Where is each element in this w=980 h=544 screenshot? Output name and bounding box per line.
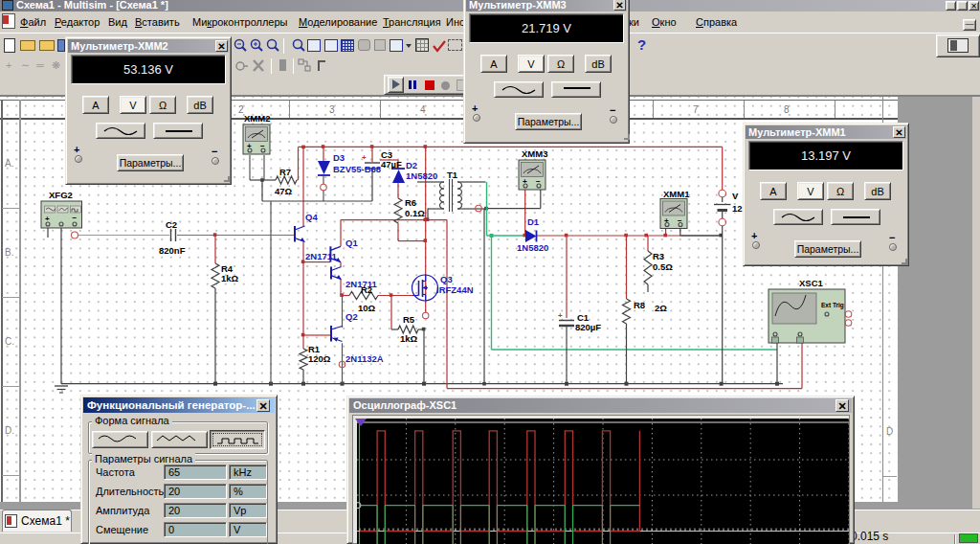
svg-text:Q2: Q2 (345, 311, 358, 322)
svg-text:R8: R8 (634, 300, 645, 310)
svg-text:Q3: Q3 (440, 274, 453, 284)
svg-text:1kΩ: 1kΩ (400, 333, 418, 344)
svg-text:Q4: Q4 (305, 212, 318, 222)
svg-text:0.1Ω: 0.1Ω (405, 208, 425, 218)
svg-text:XFG2: XFG2 (49, 190, 73, 200)
svg-text:D1: D1 (527, 216, 540, 227)
svg-text:0.5Ω: 0.5Ω (653, 261, 673, 272)
svg-text:2N1711: 2N1711 (305, 251, 337, 261)
svg-text:R3: R3 (653, 251, 664, 261)
svg-text:D2: D2 (406, 160, 417, 170)
svg-text:+: + (558, 311, 563, 320)
svg-text:T1: T1 (447, 170, 458, 180)
svg-text:IRFZ44N: IRFZ44N (436, 284, 474, 295)
svg-text:1N5820: 1N5820 (406, 170, 437, 181)
svg-text:XMM3: XMM3 (522, 148, 547, 159)
svg-text:XMM1: XMM1 (663, 189, 690, 199)
svg-text:820µF: 820µF (575, 322, 601, 332)
svg-text:C2: C2 (166, 219, 177, 230)
svg-text:1kΩ: 1kΩ (221, 273, 239, 283)
svg-text:BZV55-B68: BZV55-B68 (333, 164, 381, 174)
svg-text:Q1: Q1 (345, 238, 358, 248)
svg-text:47µF: 47µF (381, 159, 402, 170)
svg-text:XSC1: XSC1 (799, 278, 824, 288)
svg-text:47Ω: 47Ω (275, 186, 293, 196)
svg-text:2Ω: 2Ω (655, 303, 667, 313)
svg-text:D3: D3 (333, 152, 345, 163)
svg-text:1N5820: 1N5820 (517, 242, 548, 253)
svg-text:+: + (362, 153, 367, 162)
svg-text:120Ω: 120Ω (308, 353, 331, 364)
svg-text:R6: R6 (405, 197, 416, 208)
svg-text:2N1132A: 2N1132A (345, 353, 384, 364)
svg-text:2N1711: 2N1711 (345, 279, 377, 289)
svg-text:V: V (732, 191, 739, 201)
svg-text:XMM2: XMM2 (244, 113, 270, 124)
svg-text:820nF: 820nF (159, 245, 186, 256)
svg-text:10Ω: 10Ω (358, 303, 376, 313)
svg-text:12: 12 (732, 203, 743, 214)
svg-text:R5: R5 (403, 314, 415, 325)
svg-text:−: − (73, 214, 78, 222)
svg-text:Ext Trig: Ext Trig (821, 302, 844, 309)
svg-text:R7: R7 (279, 167, 291, 177)
